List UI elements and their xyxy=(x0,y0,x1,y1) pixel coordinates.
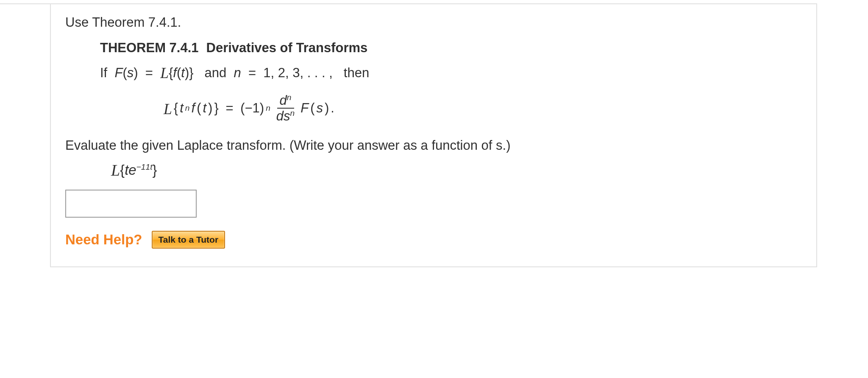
formula-neg1: (−1) xyxy=(240,99,264,117)
theorem-formula: L{tnf(t)} = (−1)n dn dsn F(s). xyxy=(164,90,802,126)
expr-open: { xyxy=(120,162,125,178)
den-n: n xyxy=(290,108,295,117)
formula-F: F xyxy=(300,99,309,117)
theorem-block: THEOREM 7.4.1Derivatives of Transforms I… xyxy=(100,39,802,126)
formula-fraction: dn dsn xyxy=(274,94,297,123)
theorem-number: THEOREM 7.4.1 xyxy=(100,40,199,55)
cond-then: then xyxy=(344,65,369,80)
cond-eq1: = xyxy=(145,65,153,80)
formula-s: s xyxy=(317,99,323,117)
formula-t: t xyxy=(180,99,184,117)
cond-if: If xyxy=(100,65,107,80)
formula-open-brace: { xyxy=(174,99,178,117)
expr-exp-coeff: −11 xyxy=(136,162,150,171)
question-page: Use Theorem 7.4.1. THEOREM 7.4.1Derivati… xyxy=(0,0,868,378)
cond-t: t xyxy=(181,65,185,80)
formula-period: . xyxy=(331,99,334,117)
den-ds: ds xyxy=(276,109,290,123)
cond-f: f xyxy=(173,65,177,80)
num-d: d xyxy=(280,93,287,108)
target-expression: L{te−11t} xyxy=(111,159,802,180)
num-n: n xyxy=(287,92,292,101)
cond-F: F xyxy=(114,65,122,80)
need-help-label: Need Help? xyxy=(65,230,142,249)
need-help-row: Need Help? Talk to a Tutor xyxy=(65,230,802,249)
laplace-symbol: L xyxy=(160,63,169,83)
expr-e: e xyxy=(128,162,136,178)
answer-input[interactable] xyxy=(65,190,197,218)
formula-t2: t xyxy=(203,99,206,117)
fraction-numerator: dn xyxy=(277,94,294,109)
brace-close: } xyxy=(189,65,193,80)
formula-eq: = xyxy=(225,99,233,117)
cond-nvals: 1, 2, 3, . . . , xyxy=(263,65,333,80)
expr-close: } xyxy=(152,162,157,178)
expr-exp: −11t xyxy=(136,162,153,171)
cond-and: and xyxy=(204,65,226,80)
instruction-text: Use Theorem 7.4.1. xyxy=(65,14,802,31)
formula-f: f xyxy=(192,99,195,117)
expr-t: t xyxy=(125,162,128,178)
theorem-title: Derivatives of Transforms xyxy=(206,40,368,55)
evaluate-prompt: Evaluate the given Laplace transform. (W… xyxy=(65,137,802,154)
question-content: Use Theorem 7.4.1. THEOREM 7.4.1Derivati… xyxy=(50,4,817,267)
theorem-condition: If F(s) = L{f(t)} and n = 1, 2, 3, . . .… xyxy=(100,62,802,82)
cond-eq2: = xyxy=(248,65,256,80)
brace-open: { xyxy=(169,65,173,80)
theorem-heading: THEOREM 7.4.1Derivatives of Transforms xyxy=(100,39,802,57)
formula-close-brace: } xyxy=(214,99,218,117)
talk-to-tutor-button[interactable]: Talk to a Tutor xyxy=(152,231,225,249)
laplace-symbol-3: L xyxy=(111,160,120,181)
laplace-symbol-2: L xyxy=(164,99,172,119)
cond-s: s xyxy=(127,65,134,80)
fraction-denominator: dsn xyxy=(274,109,297,123)
cond-n: n xyxy=(234,65,241,80)
